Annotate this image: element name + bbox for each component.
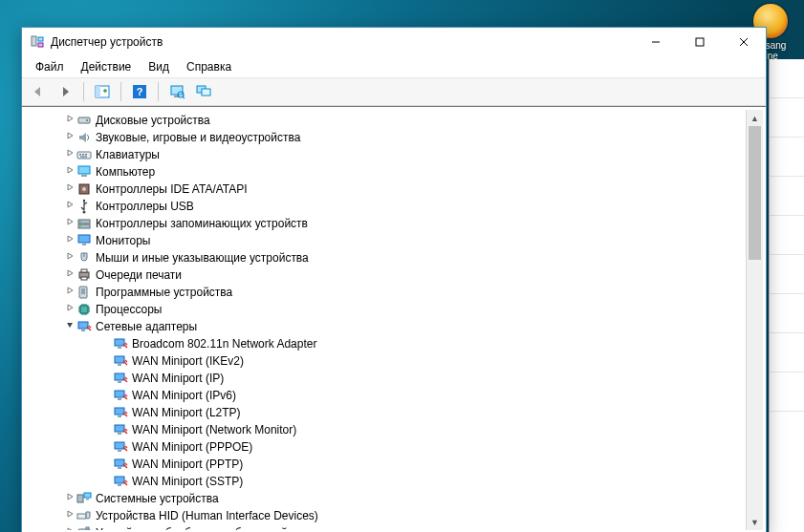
chevron-right-icon[interactable] — [63, 232, 76, 249]
monitors-button[interactable] — [191, 80, 216, 103]
tree-group-firmware[interactable]: Программные устройства — [25, 284, 747, 301]
svg-rect-50 — [118, 381, 121, 383]
menu-view[interactable]: Вид — [141, 58, 177, 75]
sound-icon — [76, 130, 92, 145]
minimize-button[interactable] — [634, 28, 678, 56]
chevron-right-icon[interactable] — [63, 146, 76, 163]
keyboard-icon — [76, 147, 92, 162]
net-adapter-icon — [113, 371, 128, 386]
usb-icon — [76, 199, 92, 214]
tree-group-keyboard[interactable]: Клавиатуры — [25, 146, 747, 163]
tree-item-label: WAN Miniport (PPTP) — [132, 456, 243, 473]
tree-item[interactable]: Broadcom 802.11n Network Adapter — [25, 335, 747, 352]
svg-rect-63 — [77, 495, 83, 502]
chevron-right-icon[interactable] — [63, 266, 76, 284]
tree-item-label: WAN Miniport (Network Monitor) — [132, 421, 296, 438]
chevron-right-icon[interactable] — [63, 129, 76, 146]
tree-group-sound[interactable]: Звуковые, игровые и видеоустройства — [25, 129, 747, 146]
back-button[interactable] — [26, 80, 51, 103]
tree-item[interactable]: WAN Miniport (L2TP) — [25, 404, 747, 421]
tree-group-hid[interactable]: Устройства HID (Human Interface Devices) — [25, 507, 747, 524]
svg-rect-20 — [79, 154, 81, 156]
svg-point-33 — [79, 225, 81, 227]
svg-rect-48 — [118, 364, 121, 366]
svg-rect-21 — [82, 154, 84, 156]
tree-group-label: Очереди печати — [96, 266, 182, 284]
tree-item[interactable]: WAN Miniport (SSTP) — [25, 473, 747, 490]
tree-item[interactable]: WAN Miniport (PPTP) — [25, 456, 747, 473]
tree-item-label: WAN Miniport (SSTP) — [132, 473, 243, 490]
tree-group-ide[interactable]: Контроллеры IDE ATA/ATAPI — [25, 181, 747, 198]
scroll-down-button[interactable]: ▼ — [747, 514, 763, 530]
menu-action[interactable]: Действие — [74, 58, 140, 75]
tree-item[interactable]: WAN Miniport (IP) — [25, 370, 747, 387]
scan-hardware-button[interactable] — [164, 80, 189, 103]
tree-item[interactable]: WAN Miniport (IPv6) — [25, 387, 747, 404]
svg-rect-34 — [78, 235, 90, 243]
titlebar[interactable]: Диспетчер устройств — [22, 28, 766, 56]
device-manager-icon — [30, 34, 45, 50]
tree-group-label: Сетевые адаптеры — [96, 318, 197, 335]
scroll-up-button[interactable]: ▲ — [747, 110, 763, 126]
tree-item[interactable]: WAN Miniport (IKEv2) — [25, 352, 747, 370]
svg-point-27 — [82, 187, 86, 191]
close-button[interactable] — [722, 28, 766, 56]
menu-help[interactable]: Справка — [179, 58, 239, 75]
tree-item[interactable]: WAN Miniport (Network Monitor) — [25, 421, 747, 438]
tree-item-label: WAN Miniport (IKEv2) — [132, 352, 244, 370]
vertical-scrollbar[interactable]: ▲ ▼ — [746, 110, 763, 530]
chevron-right-icon[interactable] — [63, 507, 76, 524]
svg-rect-41 — [81, 288, 85, 294]
svg-rect-47 — [115, 356, 124, 363]
maximize-button[interactable] — [678, 28, 722, 56]
tree-group-label: Контроллеры IDE ATA/ATAPI — [96, 181, 248, 198]
svg-rect-59 — [115, 459, 124, 466]
toolbar-separator — [158, 82, 159, 101]
chevron-right-icon[interactable] — [63, 301, 76, 318]
tree-item[interactable]: WAN Miniport (PPPOE) — [25, 438, 747, 456]
tree-group-network[interactable]: Сетевые адаптеры — [25, 318, 747, 335]
net-icon — [76, 319, 92, 334]
menu-file[interactable]: Файл — [28, 58, 72, 75]
chevron-right-icon[interactable] — [63, 284, 76, 301]
scroll-track[interactable] — [747, 126, 763, 514]
tree-group-mice[interactable]: Мыши и иные указывающие устройства — [25, 249, 747, 266]
chevron-down-icon[interactable] — [63, 318, 76, 335]
toolbar: ? — [22, 78, 766, 106]
chevron-right-icon[interactable] — [63, 249, 76, 266]
chevron-right-icon[interactable] — [63, 112, 76, 129]
chevron-right-icon[interactable] — [63, 215, 76, 232]
tree-group-imaging[interactable]: Устройства обработки изображений — [25, 524, 747, 530]
svg-rect-65 — [86, 499, 89, 500]
tree-group-monitors[interactable]: Мониторы — [25, 232, 747, 249]
help-button[interactable]: ? — [127, 80, 152, 103]
menubar: Файл Действие Вид Справка — [22, 56, 766, 78]
window-title: Диспетчер устройств — [51, 35, 634, 49]
tree-group-cpu[interactable]: Процессоры — [25, 301, 747, 318]
net-adapter-icon — [113, 422, 128, 437]
chevron-right-icon[interactable] — [63, 181, 76, 198]
svg-rect-24 — [78, 166, 90, 174]
tree-group-label: Контроллеры запоминающих устройств — [96, 215, 308, 232]
tree-group-label: Звуковые, игровые и видеоустройства — [96, 129, 300, 146]
svg-rect-46 — [118, 347, 121, 349]
device-tree[interactable]: Дисковые устройстваЗвуковые, игровые и в… — [25, 110, 747, 530]
show-console-tree-button[interactable] — [90, 80, 115, 103]
chevron-right-icon[interactable] — [63, 163, 76, 181]
tree-group-storage[interactable]: Контроллеры запоминающих устройств — [25, 215, 747, 232]
scroll-thumb[interactable] — [749, 126, 761, 260]
tree-group-printq[interactable]: Очереди печати — [25, 266, 747, 284]
tree-group-system[interactable]: Системные устройства — [25, 490, 747, 507]
tree-group-computer[interactable]: Компьютер — [25, 163, 747, 181]
tree-group-usb[interactable]: Контроллеры USB — [25, 198, 747, 215]
chevron-right-icon[interactable] — [63, 198, 76, 215]
chevron-right-icon[interactable] — [63, 490, 76, 507]
toolbar-separator — [120, 82, 121, 101]
svg-rect-61 — [115, 477, 124, 483]
chevron-right-icon[interactable] — [63, 524, 76, 530]
forward-button[interactable] — [53, 80, 77, 103]
tree-item-label: Broadcom 802.11n Network Adapter — [132, 335, 316, 352]
tree-group-label: Устройства обработки изображений — [96, 524, 288, 530]
svg-line-14 — [183, 96, 185, 98]
tree-group-disk[interactable]: Дисковые устройства — [25, 112, 747, 129]
